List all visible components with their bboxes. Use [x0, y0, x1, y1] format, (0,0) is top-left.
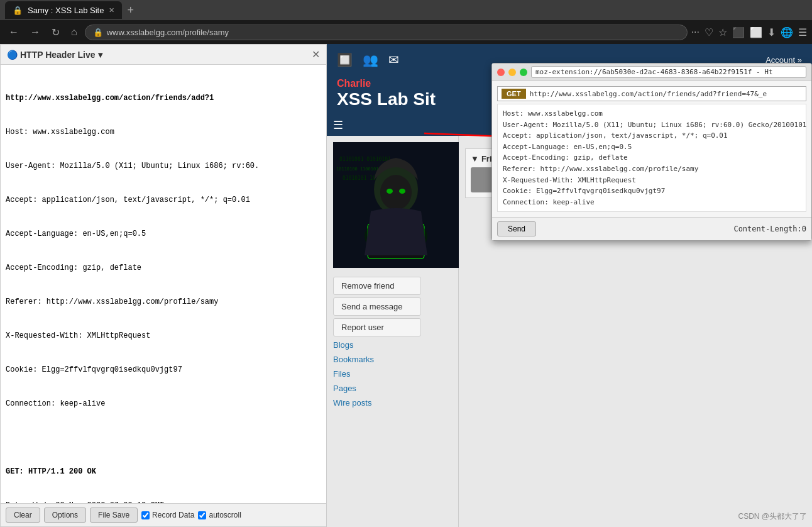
ext-method: GET — [502, 89, 526, 99]
dropdown-icon: ▾ — [98, 50, 102, 60]
ext-content: GET http://www.xsslabelgg.com/action/fri… — [492, 81, 811, 217]
back-button[interactable]: ← — [5, 25, 23, 39]
http-line-1: Host: www.xsslabelgg.com — [6, 126, 321, 138]
url-bar[interactable]: 🔒 www.xsslabelgg.com/profile/samy — [85, 25, 688, 40]
http-line-7: X-Requested-With: XMLHttpRequest — [6, 330, 321, 341]
files-link[interactable]: Files — [333, 368, 452, 380]
ext-minimize-dot[interactable] — [508, 69, 516, 76]
site-logo-icon: 🔲 — [337, 52, 353, 67]
http-line-6: Referer: http://www.xsslabelgg.com/profi… — [6, 296, 321, 308]
svg-point-10 — [399, 189, 405, 194]
star-icon[interactable]: ☆ — [718, 26, 727, 38]
http-line-5: Accept-Encoding: gzip, deflate — [6, 262, 321, 274]
http-content: http://www.xsslabelgg.com/action/friends… — [1, 65, 326, 503]
ext-maximize-dot[interactable] — [520, 69, 527, 76]
autoscroll-checkbox[interactable] — [198, 511, 206, 519]
tab-close-button[interactable]: ✕ — [109, 6, 114, 14]
ext-title-bar: moz-extension://6ab5030e-d2ac-4683-8368-… — [492, 64, 811, 81]
wire-posts-link[interactable]: Wire posts — [333, 397, 452, 409]
clear-button[interactable]: Clear — [6, 508, 40, 523]
record-data-checkbox[interactable] — [141, 511, 150, 519]
ext-send-button[interactable]: Send — [497, 221, 536, 236]
website-panel: moz-extension://6ab5030e-d2ac-4683-8368-… — [327, 44, 812, 527]
library-icon[interactable]: ⬛ — [732, 26, 745, 38]
http-line-9: Connection: keep-alive — [6, 398, 321, 409]
active-tab[interactable]: 🔒 Samy : XSS Lab Site ✕ — [5, 1, 122, 19]
send-message-button[interactable]: Send a message — [333, 297, 421, 316]
sidebar-toggle[interactable]: ⬜ — [750, 26, 762, 38]
svg-text:01101001 01010101: 01101001 01010101 — [339, 157, 391, 162]
blogs-link[interactable]: Blogs — [333, 339, 452, 351]
http-line-3: Accept: application/json, text/javascrip… — [6, 194, 321, 206]
http-line-10 — [6, 432, 321, 443]
watermark: CSDN @头都大了了 — [738, 511, 807, 522]
friends-triangle-icon: ▼ — [471, 154, 479, 164]
lock-icon: 🔒 — [93, 28, 103, 37]
ext-url: moz-extension://6ab5030e-d2ac-4683-8368-… — [531, 66, 806, 78]
more-button[interactable]: ··· — [691, 26, 700, 38]
profile-image: 01101001 01010101 10110100 11001010 0101… — [333, 142, 459, 268]
http-line-2: User-Agent: Mozilla/5.0 (X11; Ubuntu; Li… — [6, 160, 321, 172]
ext-headers: Host: www.xsslabelgg.com User-Agent: Moz… — [497, 104, 806, 212]
http-header-panel: 🔵 HTTP Header Live ▾ ✕ http://www.xsslab… — [0, 44, 327, 527]
ext-request-bar: GET http://www.xsslabelgg.com/action/fri… — [497, 86, 806, 101]
panel-close-button[interactable]: ✕ — [312, 48, 320, 60]
tab-icon: 🔒 — [13, 6, 23, 15]
pages-link[interactable]: Pages — [333, 382, 452, 394]
site-header-icons: 🔲 👥 ✉ — [337, 52, 399, 67]
new-tab-button[interactable]: + — [122, 4, 139, 17]
url-text: www.xsslabelgg.com/profile/samy — [107, 28, 229, 37]
bookmark-icon[interactable]: ♡ — [705, 26, 713, 38]
panel-icon: 🔵 — [7, 50, 18, 60]
panel-toolbar: Clear Options File Save Record Data auto… — [1, 503, 326, 526]
nav-bar: ← → ↻ ⌂ 🔒 www.xsslabelgg.com/profile/sam… — [0, 20, 812, 44]
options-button[interactable]: Options — [44, 508, 86, 523]
http-line-11: GET: HTTP/1.1 200 OK — [6, 466, 321, 477]
site-sidebar: 01101001 01010101 10110100 11001010 0101… — [327, 136, 459, 527]
extension-popup: moz-extension://6ab5030e-d2ac-4683-8368-… — [491, 63, 812, 241]
site-message-icon[interactable]: ✉ — [388, 52, 399, 67]
browser-chrome: 🔒 Samy : XSS Lab Site ✕ + ← → ↻ ⌂ 🔒 www.… — [0, 0, 812, 44]
report-user-button[interactable]: Report user — [333, 318, 421, 336]
forward-button[interactable]: → — [26, 25, 44, 39]
ext-footer: Send Content-Length:0 — [492, 217, 811, 240]
download-icon[interactable]: ⬇ — [767, 26, 776, 38]
record-data-checkbox-label[interactable]: Record Data — [141, 511, 194, 519]
site-people-icon[interactable]: 👥 — [363, 52, 378, 67]
tab-title: Samy : XSS Lab Site — [28, 6, 104, 15]
nav-icons: ··· ♡ ☆ ⬛ ⬜ ⬇ 🌐 ☰ — [691, 26, 807, 38]
remove-friend-button[interactable]: Remove friend — [333, 277, 421, 295]
file-save-button[interactable]: File Save — [90, 508, 138, 523]
home-button[interactable]: ⌂ — [67, 25, 81, 39]
svg-point-5 — [380, 175, 412, 210]
bookmarks-link[interactable]: Bookmarks — [333, 353, 452, 365]
http-line-8: Cookie: Elgg=2ffvlfqvgrq0isedkqu0vjgt97 — [6, 364, 321, 375]
ext-close-dot[interactable] — [497, 69, 505, 76]
extension-icon[interactable]: 🌐 — [781, 26, 793, 38]
ext-content-length: Content-Length:0 — [733, 225, 806, 233]
main-area: 🔵 HTTP Header Live ▾ ✕ http://www.xsslab… — [0, 44, 812, 527]
svg-point-9 — [387, 189, 393, 194]
panel-title: 🔵 HTTP Header Live ▾ — [7, 50, 102, 60]
svg-text:10110100 11001010: 10110100 11001010 — [336, 167, 381, 172]
refresh-button[interactable]: ↻ — [48, 25, 63, 40]
tab-bar: 🔒 Samy : XSS Lab Site ✕ + — [0, 0, 812, 20]
menu-icon[interactable]: ☰ — [798, 26, 807, 38]
http-line-0: http://www.xsslabelgg.com/action/friends… — [6, 92, 321, 104]
ext-request-url: http://www.xsslabelgg.com/action/friends… — [530, 90, 767, 98]
panel-header: 🔵 HTTP Header Live ▾ ✕ — [1, 45, 326, 65]
http-line-4: Accept-Language: en-US,en;q=0.5 — [6, 228, 321, 240]
autoscroll-checkbox-label[interactable]: autoscroll — [198, 511, 241, 519]
